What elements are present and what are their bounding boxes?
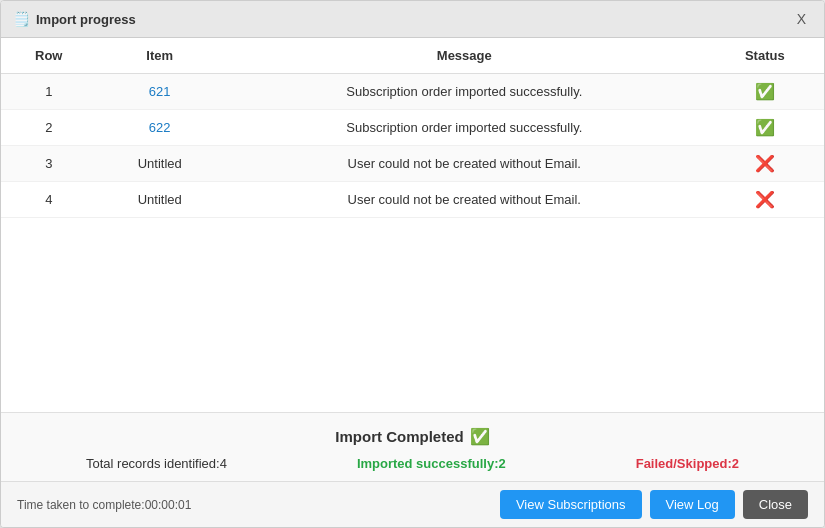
error-icon: ❌ xyxy=(755,190,775,209)
title-bar-left: 🗒️ Import progress xyxy=(13,11,136,27)
cell-item: Untitled xyxy=(97,146,223,182)
stat-total: Total records identified:4 xyxy=(86,456,227,471)
cell-message: User could not be created without Email. xyxy=(223,146,706,182)
cell-item: Untitled xyxy=(97,182,223,218)
table-header-row: Row Item Message Status xyxy=(1,38,824,74)
title-close-button[interactable]: X xyxy=(791,9,812,29)
cell-message: Subscription order imported successfully… xyxy=(223,110,706,146)
cell-message: Subscription order imported successfully… xyxy=(223,74,706,110)
close-button[interactable]: Close xyxy=(743,490,808,519)
stat-success: Imported successfully:2 xyxy=(357,456,506,471)
cell-row-num: 2 xyxy=(1,110,97,146)
cell-row-num: 3 xyxy=(1,146,97,182)
cell-row-num: 1 xyxy=(1,74,97,110)
import-complete-check-icon: ✅ xyxy=(470,427,490,446)
import-complete-section: Import Completed ✅ Total records identif… xyxy=(1,412,824,481)
cell-item[interactable]: 622 xyxy=(97,110,223,146)
import-stats: Total records identified:4 Imported succ… xyxy=(21,456,804,471)
cell-status: ✅ xyxy=(706,74,824,110)
stat-failed: Failed/Skipped:2 xyxy=(636,456,739,471)
cell-status: ❌ xyxy=(706,182,824,218)
dialog-title: Import progress xyxy=(36,12,136,27)
import-progress-dialog: 🗒️ Import progress X Row Item Message St… xyxy=(0,0,825,528)
error-icon: ❌ xyxy=(755,154,775,173)
table-row: 1621Subscription order imported successf… xyxy=(1,74,824,110)
view-subscriptions-button[interactable]: View Subscriptions xyxy=(500,490,642,519)
import-complete-title: Import Completed ✅ xyxy=(21,427,804,446)
cell-row-num: 4 xyxy=(1,182,97,218)
table-row: 3UntitledUser could not be created witho… xyxy=(1,146,824,182)
cell-status: ❌ xyxy=(706,146,824,182)
col-header-message: Message xyxy=(223,38,706,74)
success-icon: ✅ xyxy=(755,82,775,101)
footer-buttons: View Subscriptions View Log Close xyxy=(500,490,808,519)
table-row: 4UntitledUser could not be created witho… xyxy=(1,182,824,218)
view-log-button[interactable]: View Log xyxy=(650,490,735,519)
col-header-item: Item xyxy=(97,38,223,74)
table-area: Row Item Message Status 1621Subscription… xyxy=(1,38,824,412)
dialog-icon: 🗒️ xyxy=(13,11,30,27)
import-table: Row Item Message Status 1621Subscription… xyxy=(1,38,824,218)
time-taken: Time taken to complete:00:00:01 xyxy=(17,498,191,512)
success-icon: ✅ xyxy=(755,118,775,137)
cell-status: ✅ xyxy=(706,110,824,146)
col-header-row: Row xyxy=(1,38,97,74)
title-bar: 🗒️ Import progress X xyxy=(1,1,824,38)
import-complete-label: Import Completed xyxy=(335,428,463,445)
table-row: 2622Subscription order imported successf… xyxy=(1,110,824,146)
cell-item[interactable]: 621 xyxy=(97,74,223,110)
footer-bar: Time taken to complete:00:00:01 View Sub… xyxy=(1,481,824,527)
col-header-status: Status xyxy=(706,38,824,74)
cell-message: User could not be created without Email. xyxy=(223,182,706,218)
